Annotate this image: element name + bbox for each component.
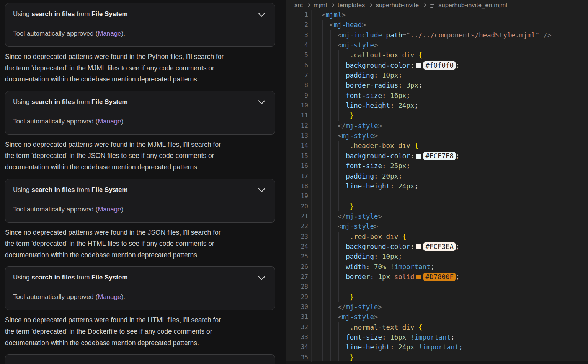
code-line[interactable]: 33 font-size: 16px !important;: [286, 332, 588, 342]
line-number: 31: [286, 312, 308, 322]
code-line-content: .red-box div {: [311, 232, 406, 242]
line-number: 19: [286, 191, 308, 201]
code-line[interactable]: 27 border: 1px solid#D7800F;: [286, 272, 588, 282]
code-line[interactable]: 6 background-color:#f0f0f0;: [286, 60, 588, 70]
chevron-down-icon[interactable]: [258, 98, 265, 104]
tool-card-header[interactable]: Using search in files from File System: [13, 273, 267, 282]
tool-card[interactable]: Using search in files from File System T…: [5, 91, 275, 135]
code-line[interactable]: 35 }: [286, 353, 588, 362]
code-line[interactable]: 13 <mj-style>: [286, 131, 588, 141]
line-number: 34: [286, 342, 308, 352]
manage-link[interactable]: Manage: [98, 118, 121, 125]
code-line[interactable]: 21 </mj-style>: [286, 211, 588, 221]
code-line[interactable]: 9 font-size: 16px;: [286, 91, 588, 101]
code-line[interactable]: 7 padding: 10px;: [286, 70, 588, 80]
hex-color-pill: #ECF7F8: [423, 152, 456, 160]
code-line-content: }: [311, 292, 354, 302]
code-line-content: background-color:#f0f0f0;: [311, 60, 460, 70]
code-line[interactable]: 29 }: [286, 292, 588, 302]
code-line-content: line-height: 24px;: [311, 101, 418, 110]
tool-card-title: Using search in files from File System: [13, 98, 128, 106]
line-number: 22: [286, 221, 308, 231]
code-line[interactable]: 5 .callout-box div {: [286, 50, 588, 60]
code-line-content: </mj-style>: [311, 302, 382, 312]
code-line-content: .callout-box div {: [311, 50, 422, 60]
code-line[interactable]: 19: [286, 191, 588, 201]
chevron-down-icon[interactable]: [258, 273, 265, 280]
code-area[interactable]: 1<mjml>2 <mj-head>3 <mj-include path="..…: [286, 10, 588, 362]
code-line[interactable]: 28: [286, 282, 588, 292]
code-line[interactable]: 1<mjml>: [286, 10, 588, 20]
code-line-content: <mj-style>: [311, 40, 378, 50]
code-line[interactable]: 30 </mj-style>: [286, 302, 588, 312]
line-number: 5: [286, 50, 308, 60]
code-line-content: <mj-include path="../../components/headS…: [311, 30, 552, 40]
code-line-content: [311, 282, 322, 292]
code-line-content: padding: 10px;: [311, 252, 402, 262]
tool-card-header[interactable]: Using search in files from File System: [13, 10, 267, 18]
code-line[interactable]: 11 }: [286, 110, 588, 120]
code-line[interactable]: 3 <mj-include path="../../components/hea…: [286, 30, 588, 40]
code-line-content: font-size: 25px;: [311, 161, 410, 171]
code-line[interactable]: 23 .red-box div {: [286, 232, 588, 242]
code-line-content: .normal-text div {: [311, 322, 422, 332]
tool-card-title: Using search in files from File System: [13, 273, 128, 282]
tool-card[interactable]: Using search in files from File System T…: [5, 3, 275, 47]
code-line[interactable]: 32 .normal-text div {: [286, 322, 588, 332]
code-line-content: background-color:#ECF7F8;: [311, 151, 460, 161]
line-number: 20: [286, 202, 308, 211]
code-line[interactable]: 20 }: [286, 202, 588, 211]
code-line[interactable]: 16 font-size: 25px;: [286, 161, 588, 171]
manage-link[interactable]: Manage: [98, 206, 121, 213]
code-line[interactable]: 10 line-height: 24px;: [286, 101, 588, 110]
breadcrumb-item-templates[interactable]: templates: [338, 2, 365, 9]
code-line-content: <mj-style>: [311, 221, 378, 231]
chevron-down-icon[interactable]: [258, 185, 265, 192]
code-line[interactable]: 22 <mj-style>: [286, 221, 588, 231]
line-number: 15: [286, 151, 308, 161]
breadcrumb-item-superhub-invite[interactable]: superhub-invite: [376, 2, 419, 9]
code-line-content: <mj-style>: [311, 312, 378, 322]
chevron-down-icon[interactable]: [258, 10, 265, 16]
breadcrumb-filename[interactable]: superhub-invite_en.mjml: [438, 2, 507, 9]
code-line[interactable]: 12 </mj-style>: [286, 121, 588, 131]
breadcrumb: src mjml templates superhub-invite super…: [286, 0, 588, 10]
code-line[interactable]: 15 background-color:#ECF7F8;: [286, 151, 588, 161]
code-line[interactable]: 8 border-radius: 3px;: [286, 80, 588, 90]
code-line[interactable]: 34 line-height: 24px !important;: [286, 342, 588, 352]
breadcrumb-item-src[interactable]: src: [294, 2, 303, 9]
assistant-message: Since no deprecated patterns were found …: [5, 51, 282, 85]
tool-card-header[interactable]: Using search in files from File System: [13, 98, 267, 106]
tool-approved-text: Tool automatically approved (Manage).: [13, 30, 267, 37]
code-line[interactable]: 18 line-height: 24px;: [286, 181, 588, 191]
color-swatch: [416, 154, 421, 159]
manage-link[interactable]: Manage: [98, 293, 121, 301]
tool-card[interactable]: Using search in files from File System T…: [5, 266, 275, 310]
line-number: 4: [286, 40, 308, 50]
hex-color-pill: #FCF3EA: [423, 242, 456, 251]
tool-card[interactable]: Using search in files from File System T…: [5, 179, 275, 223]
tool-approved-text: Tool automatically approved (Manage).: [13, 206, 267, 213]
manage-link[interactable]: Manage: [98, 30, 121, 37]
code-line-content: [311, 191, 322, 201]
code-line[interactable]: 17 padding: 20px;: [286, 171, 588, 181]
line-number: 16: [286, 161, 308, 171]
line-number: 18: [286, 181, 308, 191]
tool-card-header[interactable]: Using search in files from File System: [13, 186, 267, 194]
code-line[interactable]: 26 width: 70% !important;: [286, 262, 588, 272]
code-line[interactable]: 24 background-color:#FCF3EA;: [286, 242, 588, 252]
line-number: 11: [286, 110, 308, 120]
breadcrumb-item-mjml[interactable]: mjml: [314, 2, 327, 9]
color-swatch: [416, 244, 421, 249]
line-number: 17: [286, 171, 308, 181]
code-line[interactable]: 25 padding: 10px;: [286, 252, 588, 262]
code-line-content: <mj-head>: [311, 20, 366, 30]
tool-card[interactable]: [5, 354, 275, 364]
code-line-content: <mjml>: [311, 10, 346, 20]
code-line-content: width: 70% !important;: [311, 262, 434, 272]
editor-panel[interactable]: src mjml templates superhub-invite super…: [286, 0, 588, 364]
code-line[interactable]: 2 <mj-head>: [286, 20, 588, 30]
code-line[interactable]: 4 <mj-style>: [286, 40, 588, 50]
code-line[interactable]: 31 <mj-style>: [286, 312, 588, 322]
code-line[interactable]: 14 .header-box div {: [286, 141, 588, 151]
